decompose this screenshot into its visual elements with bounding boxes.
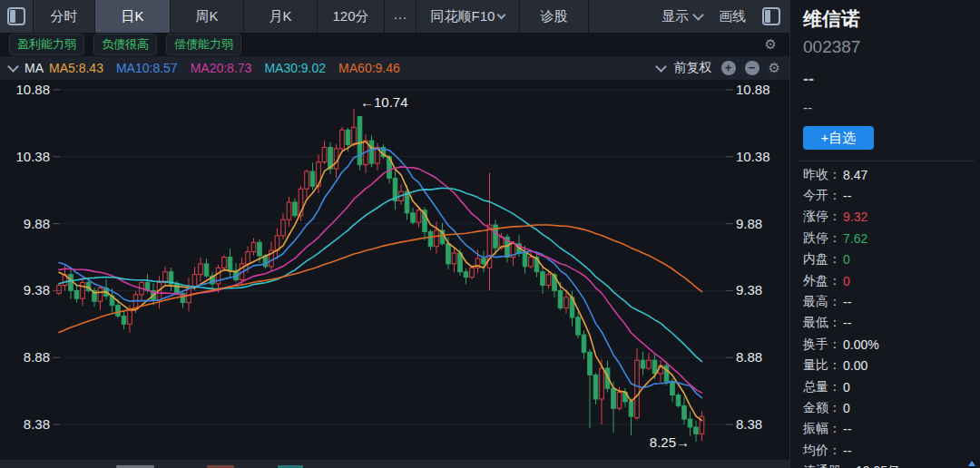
draw-line-button[interactable]: 画线 xyxy=(719,8,746,25)
quote-row: 量比：0.00 xyxy=(803,356,980,376)
field-label: 昨收： xyxy=(803,167,841,183)
tab-label: 同花顺F10 xyxy=(431,8,495,25)
ellipsis-icon: ··· xyxy=(394,9,407,24)
svg-text:8.88: 8.88 xyxy=(736,349,762,365)
tab-weekly-k[interactable]: 周K xyxy=(171,0,244,33)
quote-row: 内盘：0 xyxy=(803,249,980,270)
tab-ths-f10[interactable]: 同花顺F10 xyxy=(416,0,520,33)
tag-weak-profitability[interactable]: 盈利能力弱 xyxy=(9,34,84,55)
svg-text:10.38: 10.38 xyxy=(15,149,50,164)
stock-code: 002387 xyxy=(790,32,980,57)
field-value: 7.62 xyxy=(843,231,867,246)
gear-icon[interactable]: ⚙ xyxy=(765,36,777,53)
more-periods-button[interactable]: ··· xyxy=(385,0,416,33)
ma-bar-right-controls: 前复权 + − ⚙ xyxy=(657,60,780,76)
svg-text:10.38: 10.38 xyxy=(736,149,770,164)
adjust-mode-label[interactable]: 前复权 xyxy=(674,60,712,76)
field-label: 内盘： xyxy=(803,251,841,268)
volume-pane-clipped xyxy=(0,460,789,468)
toolbar-right-controls: 显示 画线 xyxy=(662,0,789,33)
field-value: -- xyxy=(843,189,851,203)
panel-left-icon xyxy=(762,7,780,25)
tab-label: 周K xyxy=(195,8,218,25)
current-price: -- xyxy=(790,57,980,89)
field-value: -- xyxy=(843,295,851,309)
chart-main-area: 分时 日K 周K 月K 120分 ··· 同花顺F10 诊股 显示 画线 盈利能… xyxy=(0,0,789,468)
tab-monthly-k[interactable]: 月K xyxy=(244,0,318,33)
stock-app-window: 分时 日K 周K 月K 120分 ··· 同花顺F10 诊股 显示 画线 盈利能… xyxy=(0,0,980,468)
field-value: 0 xyxy=(843,252,850,267)
collapse-left-panel-button[interactable] xyxy=(0,0,34,33)
quote-row: 外盘：0 xyxy=(803,270,980,291)
field-label: 振幅： xyxy=(803,421,841,437)
svg-text:9.38: 9.38 xyxy=(736,282,762,297)
svg-text:9.88: 9.88 xyxy=(736,216,762,231)
display-label: 显示 xyxy=(662,8,689,25)
field-label: 流通股： xyxy=(803,463,854,468)
svg-text:10.88: 10.88 xyxy=(15,82,50,97)
svg-text:8.38: 8.38 xyxy=(24,416,50,432)
tag-weak-solvency[interactable]: 偿债能力弱 xyxy=(166,34,241,55)
panel-left-icon xyxy=(7,7,25,25)
ma-indicator-bar: MA MA5:8.43 MA10:8.57 MA20:8.73 MA30:9.0… xyxy=(0,56,789,80)
draw-line-label: 画线 xyxy=(719,8,746,25)
field-value: 0 xyxy=(843,274,850,288)
quote-row: 金额：0 xyxy=(803,397,980,418)
tab-minute-chart[interactable]: 分时 xyxy=(34,0,95,33)
fundamental-tags-row: 盈利能力弱 负债很高 偿债能力弱 ⚙ xyxy=(0,33,789,56)
toolbar-spacer xyxy=(589,0,662,33)
quote-row: 最高：-- xyxy=(803,291,980,312)
candlestick-chart[interactable]: 10.8810.8810.3810.389.889.889.389.388.88… xyxy=(0,80,789,460)
tab-diagnose-stock[interactable]: 诊股 xyxy=(520,0,589,33)
field-value: 13.95亿 xyxy=(856,463,900,468)
field-label: 涨停： xyxy=(803,209,841,225)
svg-text:8.25→: 8.25→ xyxy=(650,434,690,450)
ma5-value: MA5:8.43 xyxy=(49,61,103,75)
tab-label: 分时 xyxy=(51,8,78,25)
tab-120min[interactable]: 120分 xyxy=(318,0,385,33)
field-value: -- xyxy=(843,444,851,458)
chevron-down-icon[interactable] xyxy=(7,61,19,73)
tab-label: 日K xyxy=(121,8,143,25)
ma-title: MA xyxy=(24,61,44,75)
zoom-out-icon[interactable]: − xyxy=(745,61,760,75)
chevron-down-icon xyxy=(497,10,506,19)
field-label: 换手： xyxy=(803,336,841,353)
field-label: 金额： xyxy=(803,400,841,416)
ma10-value: MA10:8.57 xyxy=(116,61,178,75)
svg-text:←10.74: ←10.74 xyxy=(360,94,408,110)
k-chart-svg[interactable]: 10.8810.8810.3810.389.889.889.389.388.88… xyxy=(0,80,789,460)
quote-row: 流通股：13.95亿 xyxy=(803,461,980,468)
ma20-value: MA20:8.73 xyxy=(191,61,252,75)
field-label: 量比： xyxy=(803,357,841,374)
gear-icon[interactable]: ⚙ xyxy=(769,60,780,76)
tab-label: 月K xyxy=(269,8,291,25)
price-change: -- xyxy=(790,89,980,115)
tab-label: 120分 xyxy=(332,8,368,25)
chevron-down-icon[interactable] xyxy=(655,61,667,73)
svg-text:10.88: 10.88 xyxy=(736,82,770,97)
field-value: 0 xyxy=(843,401,850,415)
field-value: 9.32 xyxy=(843,210,867,224)
field-value: -- xyxy=(843,422,851,436)
display-options-dropdown[interactable]: 显示 xyxy=(662,8,702,25)
field-value: 0.00 xyxy=(843,358,867,373)
quote-row: 振幅：-- xyxy=(803,419,980,440)
collapse-right-panel-button[interactable] xyxy=(762,7,780,25)
zoom-in-icon[interactable]: + xyxy=(721,61,736,75)
add-watchlist-button[interactable]: +自选 xyxy=(803,126,874,150)
field-label: 最低： xyxy=(803,315,841,331)
scroll-indicator-icon[interactable] xyxy=(968,461,975,466)
quote-row: 今开：-- xyxy=(803,185,980,206)
field-label: 总量： xyxy=(803,379,841,395)
ma60-value: MA60:9.46 xyxy=(338,61,400,75)
quote-row: 总量：0 xyxy=(803,376,980,397)
field-label: 最高： xyxy=(803,294,841,310)
tag-high-debt[interactable]: 负债很高 xyxy=(93,34,157,55)
field-value: 8.47 xyxy=(843,168,867,182)
tab-daily-k[interactable]: 日K xyxy=(95,0,171,33)
field-label: 外盘： xyxy=(803,273,841,289)
svg-text:9.38: 9.38 xyxy=(24,282,50,297)
top-toolbar: 分时 日K 周K 月K 120分 ··· 同花顺F10 诊股 显示 画线 xyxy=(0,0,789,33)
svg-text:9.88: 9.88 xyxy=(24,216,50,231)
